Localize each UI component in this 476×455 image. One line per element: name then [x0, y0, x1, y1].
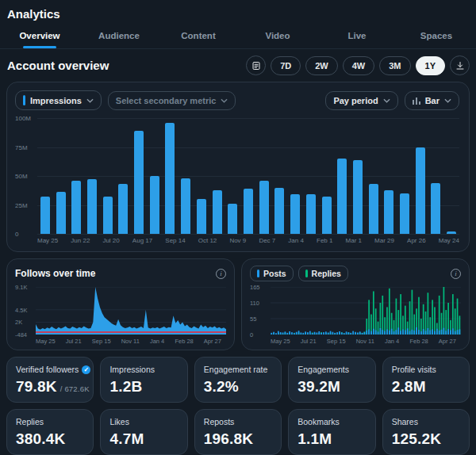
posts-legend-chip[interactable]: Posts [250, 266, 294, 281]
posts-accent-bar [257, 270, 259, 277]
metric-accent-bar [23, 95, 25, 105]
impressions-bar[interactable] [150, 176, 159, 234]
period-dropdown[interactable]: Pay period [325, 91, 397, 110]
impressions-bar[interactable] [228, 204, 237, 234]
chart-type-label: Bar [425, 96, 440, 105]
impressions-bar[interactable] [118, 184, 128, 234]
metrics-summary-button[interactable] [246, 55, 266, 75]
impressions-bar[interactable] [56, 192, 66, 234]
impressions-bar[interactable] [353, 160, 363, 234]
bar-column [381, 118, 397, 234]
impressions-bar[interactable] [71, 181, 81, 234]
chart-type-dropdown[interactable]: Bar [405, 91, 459, 110]
follows-area-chart[interactable]: 9.1K4.5K2K-484 [36, 287, 226, 335]
impressions-bar[interactable] [87, 179, 97, 234]
impressions-bar[interactable] [165, 123, 175, 234]
impressions-bar[interactable] [213, 190, 222, 234]
stats-row-2: Replies380.4KLikes4.7MReposts196.8KBookm… [6, 409, 470, 455]
impressions-bar[interactable] [134, 131, 144, 234]
bar-column [116, 118, 132, 234]
impressions-bar[interactable] [400, 193, 409, 234]
tab-label: Audience [98, 31, 140, 40]
stat-label: Engagement rate [204, 365, 272, 374]
stat-card-likes: Likes4.7M [100, 409, 187, 455]
tab-live[interactable]: Live [317, 24, 397, 48]
impressions-bar[interactable] [103, 197, 113, 234]
impressions-bar[interactable] [337, 159, 347, 234]
impressions-bar[interactable] [431, 183, 440, 234]
x-axis-label: Jul 20 [102, 237, 119, 244]
tab-video[interactable]: Video [238, 24, 317, 48]
stat-card-bookmarks: Bookmarks1.1M [288, 409, 375, 455]
download-button[interactable] [450, 55, 470, 75]
info-icon[interactable]: i [216, 269, 226, 279]
tab-spaces[interactable]: Spaces [397, 24, 476, 48]
replies-accent-bar [305, 270, 308, 277]
impressions-bar-chart[interactable]: 100M75M50M25M0 [37, 118, 459, 234]
stat-value: 2.8M [392, 378, 460, 396]
impressions-bar[interactable] [181, 178, 190, 234]
tab-label: Overview [19, 31, 60, 40]
x-label-slot [362, 237, 374, 244]
x-axis-label: Apr 26 [407, 237, 426, 244]
chevron-down-icon [383, 98, 390, 103]
x-label-slot [186, 237, 198, 244]
bar-column [397, 118, 413, 234]
x-axis-label: Apr 27 [204, 338, 221, 345]
chart-controls: Impressions Select secondary metric Pay … [15, 90, 459, 110]
download-icon [455, 61, 465, 71]
posts-replies-bar-chart[interactable]: 165110550 [271, 287, 461, 335]
stat-label: Profile visits [392, 365, 460, 374]
range-4w-button[interactable]: 4W [343, 56, 375, 75]
range-7d-button[interactable]: 7D [271, 56, 301, 75]
range-3m-button[interactable]: 3M [379, 56, 410, 75]
impressions-bar[interactable] [197, 199, 206, 234]
x-label-slot [426, 237, 439, 244]
info-icon[interactable]: i [451, 269, 461, 279]
tab-label: Content [181, 31, 215, 40]
stat-value-text: 380.4K [16, 430, 65, 448]
chevron-down-icon [444, 98, 451, 103]
bar-column [256, 118, 272, 234]
posts-legend-label: Posts [263, 269, 286, 278]
tab-audience[interactable]: Audience [79, 24, 159, 48]
impressions-bar[interactable] [306, 194, 316, 234]
stat-card-shares: Shares125.2K [382, 409, 470, 455]
impressions-bar[interactable] [416, 147, 425, 235]
replies-legend-chip[interactable]: Replies [298, 266, 348, 281]
impressions-bar[interactable] [244, 189, 253, 234]
impressions-bar[interactable] [447, 231, 456, 234]
stat-label-text: Bookmarks [298, 417, 340, 426]
impressions-bar[interactable] [274, 188, 284, 234]
x-label-slot: Oct 12 [198, 237, 217, 244]
impressions-bar[interactable] [384, 190, 393, 234]
bar-column [131, 118, 147, 234]
bar-column [272, 118, 288, 234]
x-axis-label: Mar 1 [346, 237, 362, 244]
x-axis-label: Jan 4 [150, 338, 164, 345]
impressions-bar[interactable] [40, 197, 50, 234]
x-label-slot [90, 237, 102, 244]
y-axis-label: 50M [15, 173, 28, 180]
primary-metric-dropdown[interactable]: Impressions [15, 90, 102, 110]
secondary-metric-dropdown[interactable]: Select secondary metric [108, 91, 236, 110]
range-1y-button[interactable]: 1Y [416, 56, 445, 75]
tab-content[interactable]: Content [159, 24, 238, 48]
x-axis-label: Sep 14 [165, 237, 185, 244]
impressions-bar[interactable] [369, 184, 378, 234]
tab-overview[interactable]: Overview [0, 24, 79, 48]
x-axis-label: May 24 [439, 237, 459, 244]
stat-label: Verified followers✓ [16, 365, 84, 374]
range-2w-button[interactable]: 2W [305, 56, 338, 75]
stat-value-text: 196.8K [204, 430, 253, 448]
impressions-bar[interactable] [259, 181, 269, 234]
x-label-slot: Nov 9 [229, 237, 246, 244]
impressions-bar[interactable] [290, 194, 300, 234]
bar-column [443, 118, 459, 234]
y-axis-label: 2K [15, 319, 22, 326]
bar-column [287, 118, 303, 234]
bar-column [84, 118, 100, 234]
x-axis-label: Feb 28 [175, 338, 193, 345]
impressions-bar[interactable] [322, 197, 332, 234]
stat-label: Replies [16, 417, 84, 426]
